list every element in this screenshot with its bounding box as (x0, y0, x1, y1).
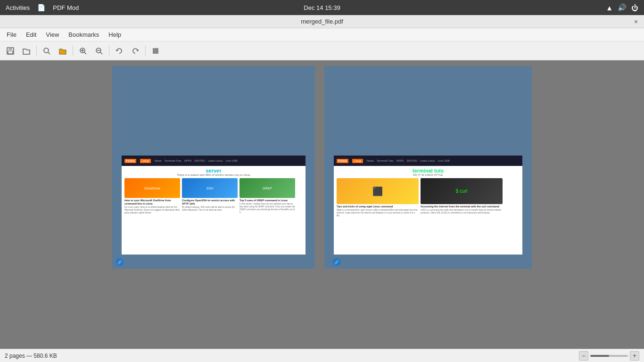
zoom-out-status[interactable]: − (579, 351, 588, 361)
open-button[interactable] (19, 44, 34, 58)
page-2-cards: ⬛ Tips and tricks of using wget Linux co… (337, 178, 520, 217)
toolbar (0, 41, 644, 60)
svg-rect-1 (8, 48, 12, 50)
svg-line-8 (84, 52, 86, 54)
card-1: OneDrive How to sync Microsoft OneDrive … (124, 178, 180, 214)
page-1-link-icon: 🔗 (116, 258, 124, 266)
linux-logo-2: Linux (352, 159, 363, 163)
toolbar-sep-3 (109, 45, 109, 57)
open-folder-button[interactable] (55, 44, 70, 58)
page-count-label: 2 pages — 580.6 KB (5, 353, 57, 359)
status-bar: 2 pages — 580.6 KB − + (0, 349, 644, 362)
delete-button[interactable] (148, 44, 163, 58)
card-5-title: Accessing the internet from the terminal… (421, 205, 503, 208)
menu-file[interactable]: File (2, 29, 21, 40)
svg-rect-2 (8, 51, 13, 54)
window-title: merged_file.pdf (301, 18, 343, 25)
page-1-title: server (124, 168, 303, 173)
system-bar-left: Activities 📄 PDF Mod (6, 4, 79, 11)
save-button[interactable] (3, 44, 18, 58)
card-4-text: Wget is a command-line, open-source util… (337, 209, 419, 217)
system-bar-right: ▲ 🔊 ⏻ (606, 3, 638, 12)
app-icon: 📄 (37, 4, 45, 11)
volume-icon: 🔊 (618, 3, 627, 12)
menu-view[interactable]: View (41, 29, 64, 40)
card-3-text: In this article, I explain how can you o… (239, 203, 295, 214)
system-bar: Activities 📄 PDF Mod Dec 14 15:39 ▲ 🔊 ⏻ (0, 0, 644, 15)
page-1-screenshot: FOSS Linux News Terminal Tuts APPS DISTR… (122, 156, 305, 255)
page-2-content: terminal tuts DO IT IN LINUX STYLE ⬛ Tip… (334, 166, 522, 219)
rotate-right-button[interactable] (128, 44, 143, 58)
rotate-left-button[interactable] (112, 44, 127, 58)
page-2-title: terminal tuts (337, 168, 520, 173)
foss-logo-2: FOSS (337, 159, 348, 163)
card-4: ⬛ Tips and tricks of using wget Linux co… (337, 178, 419, 217)
toolbar-sep-1 (36, 45, 37, 57)
card-4-img: ⬛ (337, 178, 419, 204)
card-3-title: Top 5 uses of GREP command in Linux (239, 199, 295, 202)
page-2-subtitle: DO IT IN LINUX STYLE (337, 173, 520, 176)
card-2-img: SSH (182, 178, 238, 198)
menu-help[interactable]: Help (104, 29, 126, 40)
web-nav-2: FOSS Linux News Terminal Tuts APPS DISTR… (334, 156, 522, 166)
card-5-text: cURL is a command-line utility that deve… (421, 209, 503, 214)
card-5-img: $ curl (421, 178, 503, 204)
svg-point-3 (44, 48, 49, 53)
pdf-page-1: FOSS Linux News Terminal Tuts APPS DISTR… (112, 66, 315, 269)
card-1-img: OneDrive (124, 178, 180, 198)
card-5: $ curl Accessing the internet from the t… (421, 178, 503, 217)
toolbar-sep-4 (145, 45, 146, 57)
zoom-slider[interactable] (590, 355, 628, 357)
card-1-title: How to sync Microsoft OneDrive from comm… (124, 199, 180, 206)
title-bar: merged_file.pdf × (0, 15, 644, 28)
zoom-fit-button[interactable] (39, 44, 54, 58)
page-1-subtitle: There is a reason why 96% of world's ser… (124, 173, 303, 176)
zoom-controls: − + (579, 351, 639, 361)
svg-rect-12 (153, 48, 158, 54)
menu-edit[interactable]: Edit (21, 29, 41, 40)
power-icon: ⏻ (631, 4, 638, 12)
foss-logo: FOSS (124, 159, 136, 163)
svg-line-4 (48, 52, 50, 54)
card-3: GREP Top 5 uses of GREP command in Linux… (239, 178, 295, 214)
wifi-icon: ▲ (606, 4, 613, 12)
pdf-page-2: FOSS Linux News Terminal Tuts APPS DISTR… (324, 66, 532, 269)
card-1-text: For Linux users, there is no official de… (124, 206, 180, 214)
nav-links: News Terminal Tuts APPS DISTRO Learn Lin… (155, 159, 238, 162)
card-2: SSH Configure OpenSSH to restrict access… (182, 178, 238, 214)
pdf-viewer: FOSS Linux News Terminal Tuts APPS DISTR… (0, 60, 644, 349)
card-3-img: GREP (239, 178, 295, 198)
card-4-title: Tips and tricks of using wget Linux comm… (337, 205, 419, 208)
datetime-label: Dec 14 15:39 (304, 4, 340, 11)
nav-links-2: News Terminal Tuts APPS DISTRO Learn Lin… (367, 159, 450, 162)
menu-bar: File Edit View Bookmarks Help (0, 28, 644, 41)
app-name-label: PDF Mod (53, 4, 79, 11)
activities-label[interactable]: Activities (6, 4, 30, 11)
zoom-in-button[interactable] (75, 44, 91, 58)
zoom-out-button[interactable] (91, 44, 107, 58)
page-1-cards: OneDrive How to sync Microsoft OneDrive … (124, 178, 303, 214)
close-button[interactable]: × (632, 17, 640, 26)
page-2-link-icon: 🔗 (333, 258, 340, 266)
linux-logo: Linux (140, 159, 151, 163)
web-nav-1: FOSS Linux News Terminal Tuts APPS DISTR… (122, 156, 305, 166)
card-2-text: By default settings, SSH users will be a… (182, 206, 238, 212)
svg-line-11 (100, 52, 102, 54)
page-1-content: server There is a reason why 96% of worl… (122, 166, 305, 216)
zoom-in-status[interactable]: + (630, 351, 639, 361)
card-2-title: Configure OpenSSH to restrict access wit… (182, 199, 238, 206)
page-2-screenshot: FOSS Linux News Terminal Tuts APPS DISTR… (334, 156, 522, 255)
toolbar-sep-2 (73, 45, 73, 57)
zoom-slider-track (590, 355, 609, 357)
menu-bookmarks[interactable]: Bookmarks (64, 29, 104, 40)
